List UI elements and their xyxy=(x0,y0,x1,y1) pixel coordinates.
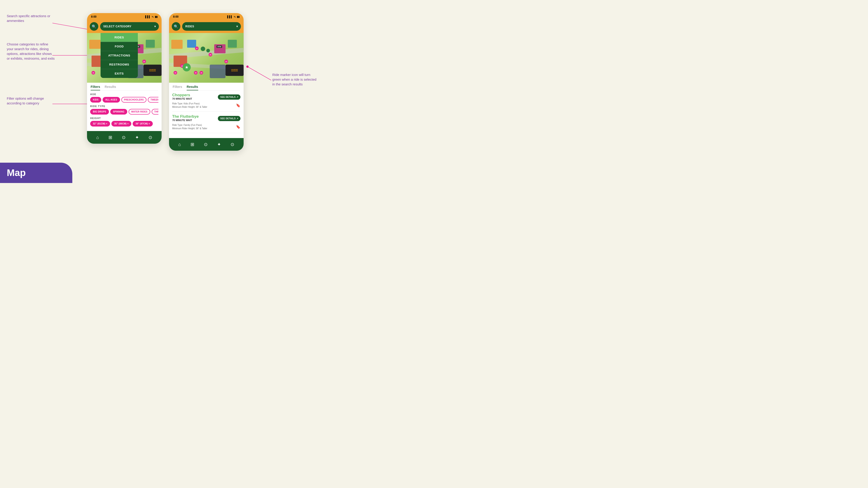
nav-search-icon-left[interactable]: ⊙ xyxy=(122,135,126,140)
status-bar-left: 8:00 ▌▌▌ ∿ ▮▮ xyxy=(87,13,162,20)
annotation-marker: Ride marker icon will turn green when a … xyxy=(272,72,320,87)
svg-line-6 xyxy=(247,67,271,80)
chip-35in[interactable]: 35" (89CM) + xyxy=(112,121,131,127)
result-title-choppers: Choppers xyxy=(172,93,192,97)
tab-results-right[interactable]: Results xyxy=(187,85,198,90)
results-section: Choppers 70 MINUTE WAIT SEE DETAILS ↗ Ri… xyxy=(169,91,244,138)
nav-map-icon-right[interactable]: ⊞ xyxy=(190,142,194,147)
see-details-choppers[interactable]: SEE DETAILS ↗ xyxy=(218,94,241,100)
age-chips: KIDS ALL AGES PRESCHOOLERS TWEENS xyxy=(90,97,158,103)
tab-section-right: Filters Results xyxy=(169,83,244,91)
result-details-flutterbye: Ride Type: Family (Fun Pass) Minimum Rid… xyxy=(172,123,207,130)
svg-line-0 xyxy=(53,23,88,29)
result-item-choppers: Choppers 70 MINUTE WAIT SEE DETAILS ↗ Ri… xyxy=(172,93,241,111)
category-dropdown-menu[interactable]: RIDES FOOD ATTRACTIONS RESTROOMS EXITS xyxy=(100,33,138,78)
chip-32in[interactable]: 32" (81CM) + xyxy=(90,121,110,127)
chevron-down-icon-right: ▾ xyxy=(237,25,238,28)
filter-label-ride-type: RIDE TYPE xyxy=(90,105,158,107)
chip-big-drops[interactable]: BIG DROPS xyxy=(90,109,109,115)
time-left: 8:00 xyxy=(91,15,96,18)
phone-right: 8:00 ▌▌▌ ∿ ▮▮ 🔍 RIDES ▾ ATM 27 26 22 29 … xyxy=(169,13,244,151)
search-area-right: 🔍 RIDES ▾ xyxy=(169,20,244,33)
filter-label-height: HEIGHT xyxy=(90,117,158,120)
dropdown-item-exits[interactable]: EXITS xyxy=(100,69,138,78)
svg-point-7 xyxy=(246,66,249,68)
star-marker-right-green: ★ xyxy=(183,63,191,71)
time-right: 8:00 xyxy=(173,15,179,18)
bottom-nav-left: ⌂ ⊞ ⊙ ✦ ⊙ xyxy=(87,131,162,144)
bookmark-icon-flutterbye[interactable]: 🔖 xyxy=(236,125,241,129)
category-label-right: RIDES xyxy=(185,25,194,28)
chip-thrill-rides[interactable]: THRILL RI xyxy=(152,109,158,115)
dropdown-item-rides[interactable]: RIDES xyxy=(100,33,138,42)
status-icons-left: ▌▌▌ ∿ ▮▮ xyxy=(145,15,157,18)
tab-filters-left[interactable]: Filters xyxy=(91,85,100,90)
see-details-flutterbye[interactable]: SEE DETAILS ↗ xyxy=(218,116,241,121)
nav-games-icon-left[interactable]: ✦ xyxy=(135,135,139,140)
category-label-left: SELECT CATEGORY xyxy=(103,25,131,28)
annotation-category: Choose categories to refine your search … xyxy=(7,42,55,61)
dropdown-item-restrooms[interactable]: RESTROOMS xyxy=(100,60,138,69)
search-area-left: 🔍 SELECT CATEGORY ▾ xyxy=(87,20,162,33)
nav-profile-icon-right[interactable]: ⊙ xyxy=(230,142,234,147)
nav-home-icon-right[interactable]: ⌂ xyxy=(178,142,181,147)
nav-map-icon-left[interactable]: ⊞ xyxy=(108,135,112,140)
status-icons-right: ▌▌▌ ∿ ▮▮ xyxy=(227,15,240,18)
dropdown-item-food[interactable]: FOOD xyxy=(100,42,138,51)
map-area-left: ATM 24 22 32 30 ★ HAUNTEDMANSION RIDES F… xyxy=(87,33,162,83)
chip-preschoolers[interactable]: PRESCHOOLERS xyxy=(121,97,147,103)
tab-section-left: Filters Results xyxy=(87,83,162,91)
nav-home-icon-left[interactable]: ⌂ xyxy=(96,135,99,140)
chip-water-rides[interactable]: WATER RIDES xyxy=(129,109,150,115)
category-dropdown-right[interactable]: RIDES ▾ xyxy=(182,22,241,31)
phone-left: 8:00 ▌▌▌ ∿ ▮▮ 🔍 SELECT CATEGORY ▾ ATM 24… xyxy=(87,13,162,144)
filter-label-age: AGE xyxy=(90,93,158,96)
wait-time-flutterbye: 70 MINUTE WAIT xyxy=(172,119,199,122)
bookmark-icon-choppers[interactable]: 🔖 xyxy=(236,103,241,107)
nav-profile-icon-left[interactable]: ⊙ xyxy=(149,135,152,140)
search-button-left[interactable]: 🔍 xyxy=(90,22,98,31)
chip-38in[interactable]: 38" (97CM) + xyxy=(133,121,153,127)
map-area-right: ATM 27 26 22 29 32 30 28 ★ HAUNTEDMANSIO… xyxy=(169,33,244,83)
result-title-flutterbye: The Flutterbye xyxy=(172,114,199,119)
annotation-search: Search specific attractions or ammenitie… xyxy=(7,13,53,23)
chip-all-ages[interactable]: ALL AGES xyxy=(102,97,120,103)
bottom-label: Map xyxy=(0,163,72,183)
result-details-choppers: Ride Type: Kids (Fun Pass) Minimum Rider… xyxy=(172,102,207,109)
chip-tweens[interactable]: TWEENS xyxy=(148,97,158,103)
search-button-right[interactable]: 🔍 xyxy=(172,22,180,31)
bottom-nav-right: ⌂ ⊞ ⊙ ✦ ⊙ xyxy=(169,138,244,151)
height-chips: 32" (81CM) + 35" (89CM) + 38" (97CM) + xyxy=(90,121,158,127)
nav-games-icon-right[interactable]: ✦ xyxy=(217,142,221,147)
dropdown-item-attractions[interactable]: ATTRACTIONS xyxy=(100,51,138,60)
ride-type-chips: BIG DROPS SPINNING WATER RIDES THRILL RI xyxy=(90,109,158,115)
chip-kids[interactable]: KIDS xyxy=(90,97,101,103)
chevron-down-icon-left: ▾ xyxy=(154,25,156,28)
annotation-filter: Filter options will change according to … xyxy=(7,96,54,105)
tab-filters-right[interactable]: Filters xyxy=(173,85,182,90)
result-item-flutterbye: The Flutterbye 70 MINUTE WAIT SEE DETAIL… xyxy=(172,114,241,133)
status-bar-right: 8:00 ▌▌▌ ∿ ▮▮ xyxy=(169,13,244,20)
category-dropdown-left[interactable]: SELECT CATEGORY ▾ xyxy=(100,22,159,31)
page-title: Map xyxy=(7,167,26,178)
chip-spinning[interactable]: SPINNING xyxy=(110,109,127,115)
nav-search-icon-right[interactable]: ⊙ xyxy=(204,142,208,147)
wait-time-choppers: 70 MINUTE WAIT xyxy=(172,97,192,100)
filter-section: AGE KIDS ALL AGES PRESCHOOLERS TWEENS RI… xyxy=(87,91,162,131)
tab-results-left[interactable]: Results xyxy=(105,85,116,90)
